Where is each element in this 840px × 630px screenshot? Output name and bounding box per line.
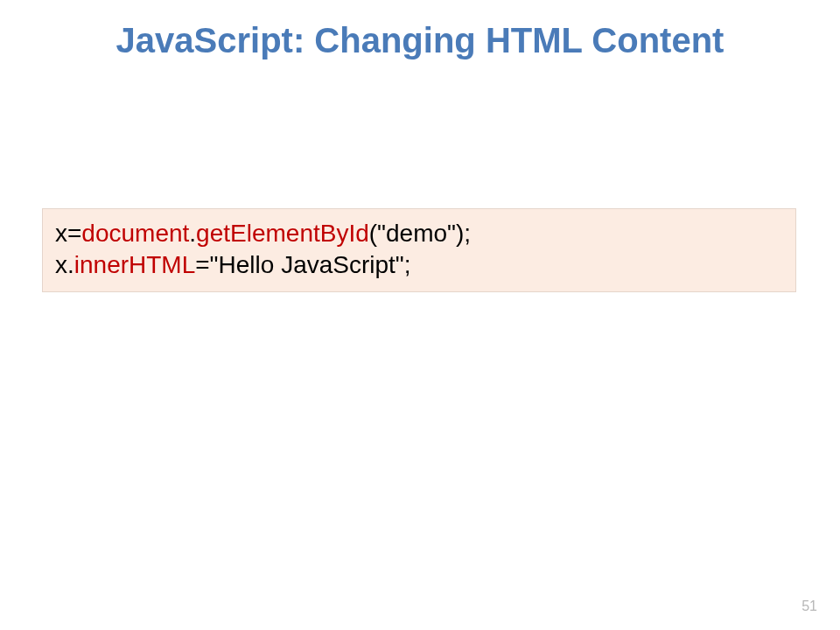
slide-title: JavaScript: Changing HTML Content — [0, 0, 840, 69]
code-text: ="Hello JavaScript"; — [195, 251, 410, 278]
code-keyword: getElementById — [196, 220, 369, 247]
code-example-box: x=document.getElementById("demo"); x.inn… — [42, 208, 796, 292]
code-keyword: document — [81, 220, 189, 247]
code-keyword: innerHTML — [74, 251, 195, 278]
code-text: x= — [55, 220, 81, 247]
code-text: . — [189, 220, 196, 247]
code-text: x. — [55, 251, 74, 278]
code-text: ("demo"); — [369, 220, 471, 247]
page-number: 51 — [802, 598, 817, 614]
code-line-1: x=document.getElementById("demo"); — [55, 218, 783, 249]
code-line-2: x.innerHTML="Hello JavaScript"; — [55, 249, 783, 281]
